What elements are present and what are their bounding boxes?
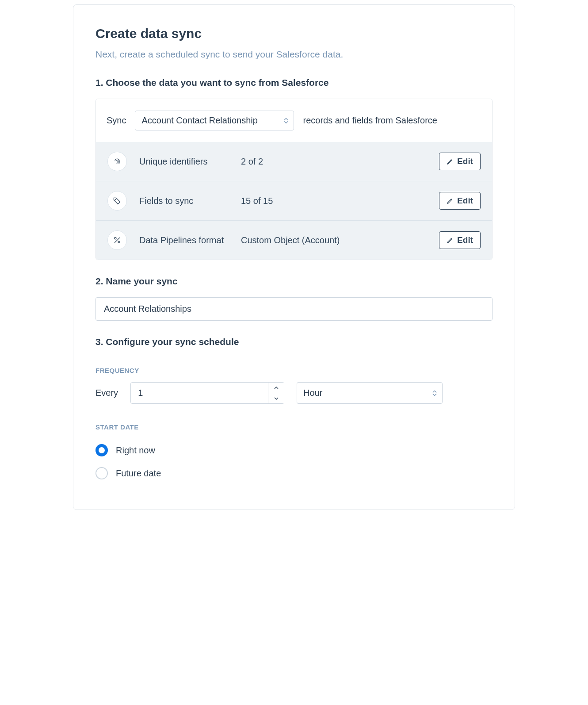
pencil-icon bbox=[447, 158, 454, 165]
frequency-row: Every Hour bbox=[95, 382, 493, 404]
stepper-controls bbox=[268, 383, 284, 403]
page-title: Create data sync bbox=[95, 26, 493, 41]
sync-suffix: records and fields from Salesforce bbox=[303, 115, 437, 126]
page-subtitle: Next, create a scheduled sync to send yo… bbox=[95, 49, 493, 60]
row-format: Data Pipelines format Custom Object (Acc… bbox=[96, 220, 492, 260]
pencil-icon bbox=[447, 197, 454, 204]
radio-right-now[interactable]: Right now bbox=[95, 439, 493, 462]
unit-select[interactable]: Hour bbox=[297, 382, 443, 404]
svg-point-2 bbox=[115, 238, 116, 239]
pencil-icon bbox=[447, 237, 454, 244]
row-uid-value: 2 of 2 bbox=[241, 157, 439, 167]
every-label: Every bbox=[95, 382, 118, 404]
object-select-header: Sync Account Contact Relationship record… bbox=[96, 99, 492, 142]
edit-format-button[interactable]: Edit bbox=[439, 231, 481, 249]
percent-icon bbox=[107, 230, 127, 250]
row-format-value: Custom Object (Account) bbox=[241, 235, 439, 245]
edit-uid-label: Edit bbox=[457, 157, 473, 166]
radio-future-label: Future date bbox=[116, 468, 161, 479]
row-fields-to-sync: Fields to sync 15 of 15 Edit bbox=[96, 181, 492, 220]
radio-future-date[interactable]: Future date bbox=[95, 462, 493, 485]
edit-uid-button[interactable]: Edit bbox=[439, 153, 481, 170]
row-fields-label: Fields to sync bbox=[139, 196, 241, 206]
stepper-down-button[interactable] bbox=[268, 393, 284, 403]
config-rows: Unique identifiers 2 of 2 Edit Fields to… bbox=[96, 142, 492, 260]
radio-checked-icon bbox=[95, 444, 108, 456]
row-uid-label: Unique identifiers bbox=[139, 157, 241, 167]
chevron-updown-icon bbox=[284, 118, 288, 123]
svg-point-0 bbox=[115, 199, 116, 200]
step3-heading: 3. Configure your sync schedule bbox=[95, 337, 493, 347]
startdate-label: START DATE bbox=[95, 423, 493, 431]
radio-now-label: Right now bbox=[116, 445, 155, 456]
row-unique-identifiers: Unique identifiers 2 of 2 Edit bbox=[96, 142, 492, 181]
tag-icon bbox=[107, 191, 127, 211]
svg-point-3 bbox=[118, 241, 120, 243]
fingerprint-icon bbox=[107, 152, 127, 171]
row-format-label: Data Pipelines format bbox=[139, 235, 241, 245]
sync-prefix: Sync bbox=[107, 115, 126, 126]
frequency-label: FREQUENCY bbox=[95, 367, 493, 374]
edit-format-label: Edit bbox=[457, 235, 473, 245]
radio-unchecked-icon bbox=[95, 467, 108, 479]
edit-fields-label: Edit bbox=[457, 196, 473, 206]
chevron-updown-icon bbox=[432, 390, 437, 396]
chevron-down-icon bbox=[274, 397, 279, 400]
interval-input[interactable] bbox=[131, 383, 268, 403]
edit-fields-button[interactable]: Edit bbox=[439, 192, 481, 210]
interval-stepper[interactable] bbox=[130, 382, 284, 404]
create-data-sync-panel: Create data sync Next, create a schedule… bbox=[73, 4, 515, 510]
step2-heading: 2. Name your sync bbox=[95, 276, 493, 287]
step1-heading: 1. Choose the data you want to sync from… bbox=[95, 77, 493, 88]
object-select-value: Account Contact Relationship bbox=[141, 115, 257, 126]
startdate-radios: Right now Future date bbox=[95, 439, 493, 485]
stepper-up-button[interactable] bbox=[268, 383, 284, 393]
sync-config-box: Sync Account Contact Relationship record… bbox=[95, 99, 493, 260]
unit-select-value: Hour bbox=[303, 388, 322, 398]
chevron-up-icon bbox=[274, 387, 279, 389]
sync-name-input[interactable] bbox=[95, 297, 493, 321]
row-fields-value: 15 of 15 bbox=[241, 196, 439, 206]
object-select[interactable]: Account Contact Relationship bbox=[135, 111, 294, 130]
svg-line-1 bbox=[115, 238, 120, 243]
